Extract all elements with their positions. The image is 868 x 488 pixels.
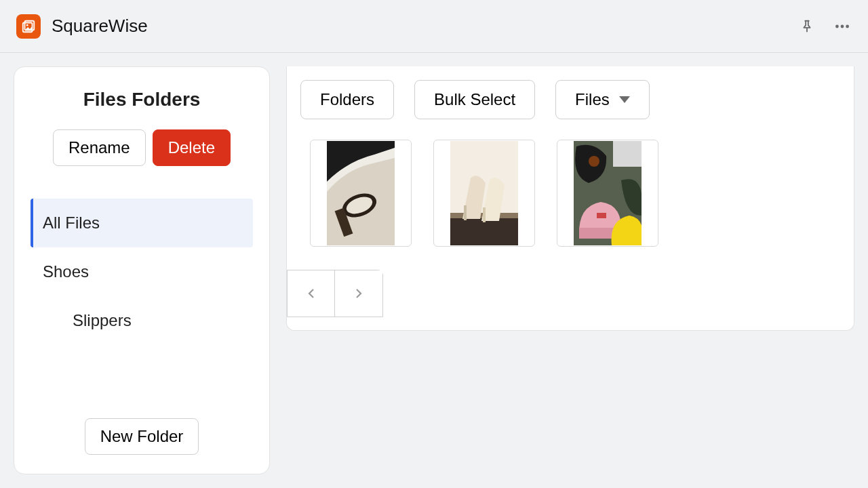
pager-next-button[interactable] <box>335 270 382 317</box>
sidebar-title: Files Folders <box>31 89 253 110</box>
folder-item-all-files[interactable]: All Files <box>31 199 253 247</box>
more-horizontal-icon <box>833 18 851 35</box>
beanies-thumbnail-icon <box>574 141 642 245</box>
new-folder-button[interactable]: New Folder <box>85 418 199 455</box>
image-stack-icon <box>21 19 36 34</box>
pin-icon <box>800 19 814 34</box>
watch-thumbnail-icon <box>327 141 395 245</box>
folder-label: Slippers <box>73 311 132 329</box>
pager <box>287 270 383 317</box>
svg-rect-15 <box>483 207 486 222</box>
folder-item-slippers[interactable]: Slippers <box>31 296 253 345</box>
pager-prev-button[interactable] <box>288 270 335 317</box>
bulk-select-button[interactable]: Bulk Select <box>414 80 535 119</box>
pin-button[interactable] <box>797 17 816 36</box>
app-logo <box>16 14 41 39</box>
file-thumb-watch[interactable] <box>310 140 412 247</box>
chevron-right-icon <box>353 284 365 303</box>
more-button[interactable] <box>833 17 852 36</box>
delete-button[interactable]: Delete <box>153 129 231 166</box>
svg-point-2 <box>26 24 28 26</box>
rename-button[interactable]: Rename <box>53 129 146 166</box>
files-dropdown-label: Files <box>575 90 610 109</box>
content-panel: Folders Bulk Select Files <box>286 66 854 331</box>
main-area: Files Folders Rename Delete All Files Sh… <box>0 53 868 488</box>
folder-item-shoes[interactable]: Shoes <box>31 247 253 296</box>
sidebar-panel: Files Folders Rename Delete All Files Sh… <box>14 66 270 474</box>
svg-rect-14 <box>464 205 467 220</box>
content-toolbar: Folders Bulk Select Files <box>300 80 840 119</box>
svg-point-5 <box>841 24 844 28</box>
chevron-left-icon <box>305 284 317 303</box>
sidebar-footer: New Folder <box>31 418 253 455</box>
files-dropdown[interactable]: Files <box>555 80 650 119</box>
app-title: SquareWise <box>52 16 148 37</box>
chevron-down-icon <box>619 96 630 103</box>
svg-rect-20 <box>597 213 606 218</box>
heels-thumbnail-icon <box>450 141 518 245</box>
file-thumb-heels[interactable] <box>433 140 535 247</box>
folder-label: Shoes <box>43 262 89 281</box>
svg-rect-11 <box>450 141 518 216</box>
sidebar-actions: Rename Delete <box>31 129 253 166</box>
svg-rect-17 <box>613 141 642 167</box>
folder-label: All Files <box>43 214 100 232</box>
file-thumb-beanies[interactable] <box>557 140 658 247</box>
svg-point-6 <box>846 24 849 28</box>
folder-list: All Files Shoes Slippers <box>31 199 253 405</box>
folders-button[interactable]: Folders <box>300 80 394 119</box>
thumbnail-row <box>300 140 840 247</box>
app-header: SquareWise <box>0 0 868 53</box>
svg-point-18 <box>589 156 599 167</box>
svg-point-4 <box>835 24 839 28</box>
